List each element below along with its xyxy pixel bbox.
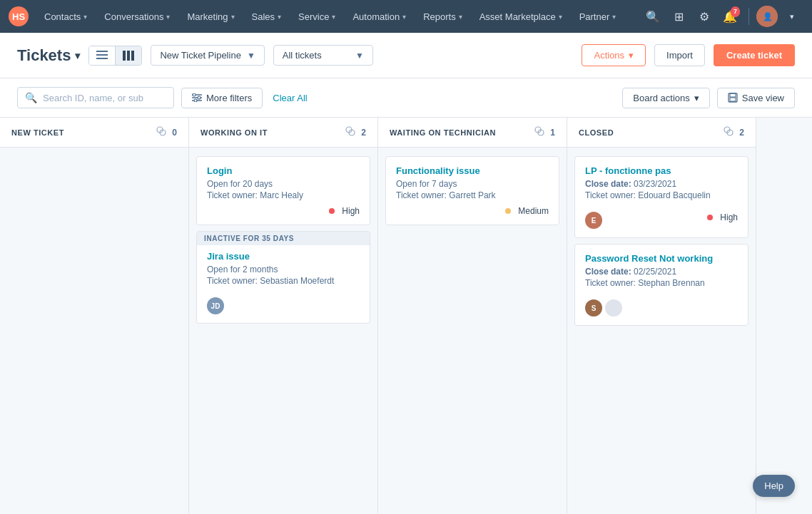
svg-text:HS: HS bbox=[12, 11, 25, 22]
help-button[interactable]: Help bbox=[753, 475, 795, 497]
tickets-filter[interactable]: All tickets ▼ bbox=[273, 45, 373, 66]
priority-label: High bbox=[342, 206, 360, 216]
nav-conversations[interactable]: Conversations ▾ bbox=[97, 7, 177, 26]
nav-automation[interactable]: Automation ▾ bbox=[345, 7, 413, 26]
ticket-title: Jira issue bbox=[207, 251, 360, 262]
chevron-down-icon: ▾ bbox=[459, 13, 462, 21]
top-nav: HS Contacts ▾ Conversations ▾ Marketing … bbox=[0, 0, 812, 33]
column-count: 0 bbox=[172, 128, 177, 138]
chevron-down-icon: ▾ bbox=[278, 13, 281, 21]
save-view-button[interactable]: Save view bbox=[717, 88, 795, 108]
svg-text:👤: 👤 bbox=[763, 11, 773, 21]
column-title: WORKING ON IT bbox=[201, 128, 340, 137]
column-new-ticket: NEW TICKET0 bbox=[0, 118, 189, 513]
owner-avatar: E bbox=[585, 212, 602, 229]
ticket-card[interactable]: LoginOpen for 20 daysTicket owner: Marc … bbox=[196, 156, 370, 225]
clear-all-button[interactable]: Clear All bbox=[270, 88, 310, 108]
column-header-closed: CLOSED2 bbox=[567, 118, 756, 148]
ticket-open-duration: Open for 7 days bbox=[396, 179, 549, 189]
priority-dot bbox=[329, 208, 335, 214]
column-closed: CLOSED2LP - fonctionne pasClose date: 03… bbox=[567, 118, 756, 513]
nav-marketing[interactable]: Marketing ▾ bbox=[180, 7, 241, 26]
page-header: Tickets ▾ New Ticket Pipeline ▼ All tick… bbox=[0, 33, 812, 78]
column-header-waiting-on-technician: WAITING ON TECHNICIAN1 bbox=[378, 118, 567, 148]
owner-avatar bbox=[605, 299, 622, 317]
owner-avatar: JD bbox=[207, 297, 224, 314]
chevron-down-icon: ▾ bbox=[166, 13, 170, 21]
svg-point-13 bbox=[193, 93, 196, 96]
nav-partner[interactable]: Partner ▾ bbox=[572, 7, 624, 26]
ticket-card[interactable]: LP - fonctionne pasClose date: 03/23/202… bbox=[574, 156, 748, 238]
ticket-title: LP - fonctionne pas bbox=[585, 165, 738, 176]
nav-reports[interactable]: Reports ▾ bbox=[416, 7, 470, 26]
svg-rect-9 bbox=[131, 51, 134, 61]
svg-rect-17 bbox=[730, 93, 736, 97]
column-title: WAITING ON TECHNICIAN bbox=[390, 128, 529, 137]
notifications-icon-btn[interactable]: 🔔 7 bbox=[719, 5, 741, 28]
user-menu-chevron[interactable]: ▾ bbox=[781, 5, 803, 28]
list-view-btn[interactable] bbox=[89, 46, 115, 65]
nav-asset-marketplace[interactable]: Asset Marketplace ▾ bbox=[472, 7, 569, 26]
ticket-owner: Ticket owner: Edouard Bacquelin bbox=[585, 190, 738, 200]
priority-dot bbox=[505, 208, 511, 214]
inactive-banner: INACTIVE FOR 35 DAYS bbox=[197, 232, 370, 245]
ticket-title: Functionality issue bbox=[396, 165, 549, 176]
search-input[interactable] bbox=[43, 93, 150, 103]
ticket-close-date: Close date: 03/23/2021 bbox=[585, 179, 738, 189]
nav-icons: 🔍 ⊞ ⚙ 🔔 7 👤 ▾ bbox=[641, 5, 803, 28]
create-ticket-button[interactable]: Create ticket bbox=[714, 44, 795, 66]
column-count-icon bbox=[345, 126, 355, 138]
ticket-card[interactable]: INACTIVE FOR 35 DAYSJira issueOpen for 2… bbox=[196, 231, 370, 324]
chevron-down-icon: ▾ bbox=[231, 13, 235, 21]
nav-divider bbox=[748, 8, 749, 25]
column-count: 1 bbox=[550, 128, 555, 138]
column-header-new-ticket: NEW TICKET0 bbox=[0, 118, 188, 148]
nav-contacts[interactable]: Contacts ▾ bbox=[37, 7, 94, 26]
more-filters-button[interactable]: More filters bbox=[181, 88, 263, 108]
settings-icon-btn[interactable]: ⚙ bbox=[693, 5, 716, 28]
ticket-owner: Ticket owner: Garrett Park bbox=[396, 190, 549, 200]
ticket-close-date: Close date: 02/25/2021 bbox=[585, 267, 738, 277]
svg-rect-6 bbox=[96, 58, 108, 59]
user-avatar[interactable]: 👤 bbox=[756, 6, 778, 27]
nav-service[interactable]: Service ▾ bbox=[291, 7, 342, 26]
priority-label: High bbox=[720, 212, 738, 222]
pipeline-arrow-icon: ▼ bbox=[247, 51, 255, 61]
svg-rect-7 bbox=[123, 51, 126, 61]
priority-label: Medium bbox=[518, 206, 549, 216]
nav-sales[interactable]: Sales ▾ bbox=[245, 7, 289, 26]
ticket-card[interactable]: Password Reset Not workingClose date: 02… bbox=[574, 244, 748, 326]
import-button[interactable]: Import bbox=[654, 44, 705, 66]
column-body-closed: LP - fonctionne pasClose date: 03/23/202… bbox=[567, 148, 756, 513]
board-actions-chevron-icon: ▾ bbox=[694, 93, 699, 103]
filter-bar: 🔍 More filters Clear All Board actions ▾… bbox=[0, 78, 812, 118]
column-title: CLOSED bbox=[579, 128, 718, 137]
chevron-down-icon: ▾ bbox=[612, 13, 616, 21]
ticket-owner: Ticket owner: Sebastian Moeferdt bbox=[207, 276, 360, 286]
search-icon-btn[interactable]: 🔍 bbox=[641, 5, 664, 28]
chevron-down-icon: ▾ bbox=[402, 13, 406, 21]
ticket-card[interactable]: Functionality issueOpen for 7 daysTicket… bbox=[385, 156, 559, 225]
actions-button[interactable]: Actions ▾ bbox=[582, 44, 646, 66]
board-actions-button[interactable]: Board actions ▾ bbox=[622, 88, 710, 108]
apps-icon-btn[interactable]: ⊞ bbox=[667, 5, 690, 28]
ticket-card-footer: High bbox=[207, 206, 360, 216]
view-toggle bbox=[88, 46, 142, 66]
svg-rect-5 bbox=[96, 54, 108, 56]
owner-avatar: S bbox=[585, 299, 602, 317]
pipeline-select[interactable]: New Ticket Pipeline ▼ bbox=[151, 45, 264, 66]
column-count: 2 bbox=[739, 128, 744, 138]
column-waiting-on-technician: WAITING ON TECHNICIAN1Functionality issu… bbox=[378, 118, 567, 513]
kanban-board: NEW TICKET0WORKING ON IT2LoginOpen for 2… bbox=[0, 118, 812, 513]
svg-rect-4 bbox=[96, 51, 108, 52]
ticket-owner: Ticket owner: Stephan Brennan bbox=[585, 278, 738, 288]
search-box[interactable]: 🔍 bbox=[17, 87, 174, 108]
board-view-btn[interactable] bbox=[115, 46, 141, 65]
filter-arrow-icon: ▼ bbox=[355, 51, 364, 61]
hubspot-logo[interactable]: HS bbox=[9, 6, 29, 26]
page-title[interactable]: Tickets ▾ bbox=[17, 46, 80, 65]
column-count: 2 bbox=[361, 128, 366, 138]
column-working-on-it: WORKING ON IT2LoginOpen for 20 daysTicke… bbox=[189, 118, 378, 513]
chevron-down-icon: ▾ bbox=[332, 13, 335, 21]
search-icon: 🔍 bbox=[25, 92, 37, 103]
